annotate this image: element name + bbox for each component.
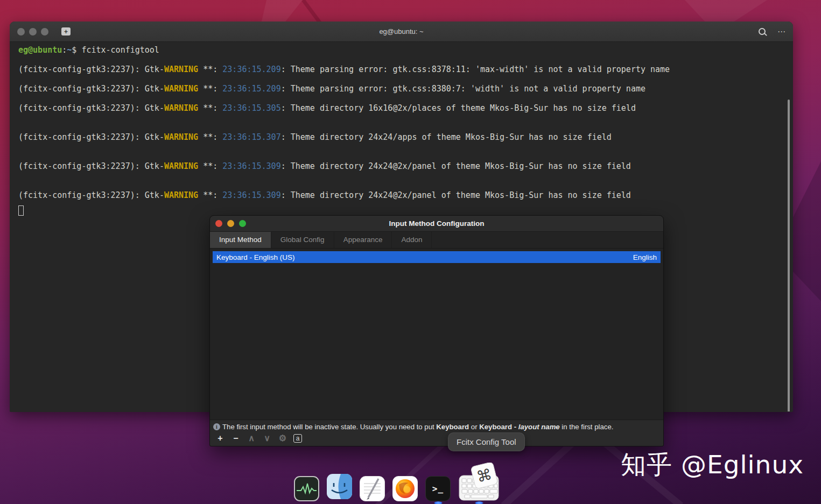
toolbar-add-button[interactable]: +: [215, 434, 225, 443]
toolbar-settings-gears-button[interactable]: ⚙: [278, 434, 287, 443]
terminal-cursor: [18, 205, 24, 216]
info-icon: i: [213, 423, 220, 430]
dialog-toolbar: +−∧∨⚙a: [213, 434, 660, 443]
terminal-app-icon[interactable]: >_: [425, 476, 451, 501]
pen-paper-glyph: [360, 477, 384, 501]
tab-input-method[interactable]: Input Method: [210, 232, 271, 248]
system-monitor-icon[interactable]: [294, 476, 319, 501]
input-method-name: Keyboard - English (US): [216, 253, 295, 261]
firefox-icon[interactable]: [392, 476, 418, 501]
terminal-glyph: >_: [432, 484, 444, 494]
toolbar-move-down-button[interactable]: ∨: [262, 434, 272, 443]
window-dot-3[interactable]: [41, 28, 48, 36]
input-method-language: English: [633, 253, 657, 261]
tab-addon[interactable]: Addon: [392, 232, 432, 248]
input-method-row[interactable]: Keyboard - English (US)English: [213, 251, 661, 263]
search-icon[interactable]: [759, 28, 766, 35]
input-method-list[interactable]: Keyboard - English (US)English: [210, 249, 663, 420]
terminal-warning-line: (fcitx-config-gtk3:2237): Gtk-WARNING **…: [18, 190, 793, 200]
new-tab-icon[interactable]: +: [61, 27, 71, 36]
dialog-footer: i The first input method will be inactiv…: [210, 420, 663, 446]
dock: >_ ⌘: [294, 463, 500, 501]
running-indicator: [475, 501, 483, 504]
terminal-warning-line: (fcitx-config-gtk3:2237): Gtk-WARNING **…: [18, 161, 793, 171]
tab-global-config[interactable]: Global Config: [271, 232, 334, 248]
running-indicator: [434, 501, 443, 504]
dialog-titlebar[interactable]: Input Method Configuration: [210, 216, 663, 232]
terminal-warning-line: (fcitx-config-gtk3:2237): Gtk-WARNING **…: [18, 84, 793, 94]
maximize-button[interactable]: [239, 220, 246, 227]
terminal-titlebar[interactable]: + eg@ubuntu: ~ ⋯: [10, 22, 793, 42]
notes-icon[interactable]: [360, 476, 385, 501]
prompt-user: eg@ubuntu: [18, 45, 62, 55]
dock-tooltip: Fcitx Config Tool: [448, 432, 525, 451]
dialog-tabs: Input MethodGlobal ConfigAppearanceAddon: [210, 232, 663, 249]
tab-appearance[interactable]: Appearance: [334, 232, 392, 248]
window-dot-1[interactable]: [17, 28, 25, 36]
terminal-scrollbar[interactable]: [788, 100, 790, 411]
window-dot-2[interactable]: [29, 28, 37, 36]
prompt-colon: :: [62, 45, 67, 55]
info-row: i The first input method will be inactiv…: [213, 422, 660, 432]
prompt-path: ~: [67, 45, 72, 55]
terminal-warning-line: (fcitx-config-gtk3:2237): Gtk-WARNING **…: [18, 103, 793, 113]
keyboard-command-glyph: ⌘: [458, 463, 500, 501]
finder-icon[interactable]: [327, 474, 352, 501]
fcitx-keyboard-icon[interactable]: ⌘: [458, 463, 500, 501]
terminal-prompt-line: eg@ubuntu:~$ fcitx-configtool: [18, 45, 793, 55]
prompt-dollar: $: [72, 45, 81, 55]
minimize-button[interactable]: [227, 220, 234, 227]
firefox-glyph: [394, 478, 416, 500]
prompt-command: fcitx-configtool: [81, 45, 159, 55]
terminal-warning-line: (fcitx-config-gtk3:2237): Gtk-WARNING **…: [18, 65, 793, 74]
terminal-output: (fcitx-config-gtk3:2237): Gtk-WARNING **…: [18, 65, 793, 200]
fcitx-config-dialog: Input Method Configuration Input MethodG…: [209, 215, 664, 446]
toolbar-move-up-button[interactable]: ∧: [247, 434, 256, 443]
dialog-title: Input Method Configuration: [389, 219, 485, 228]
close-button[interactable]: [215, 220, 222, 227]
menu-ellipsis-icon[interactable]: ⋯: [777, 27, 785, 36]
terminal-title: eg@ubuntu: ~: [10, 27, 793, 36]
terminal-warning-line: (fcitx-config-gtk3:2237): Gtk-WARNING **…: [18, 132, 793, 142]
desktop: + eg@ubuntu: ~ ⋯ eg@ubuntu:~$ fcitx-conf…: [0, 0, 821, 504]
toolbar-remove-button[interactable]: −: [231, 434, 241, 443]
toolbar-keyboard-layout-button[interactable]: a: [293, 434, 302, 443]
heartbeat-glyph: [295, 477, 318, 500]
info-text: The first input method will be inactive …: [222, 423, 613, 431]
watermark: 知乎 @Eglinux: [621, 448, 804, 482]
